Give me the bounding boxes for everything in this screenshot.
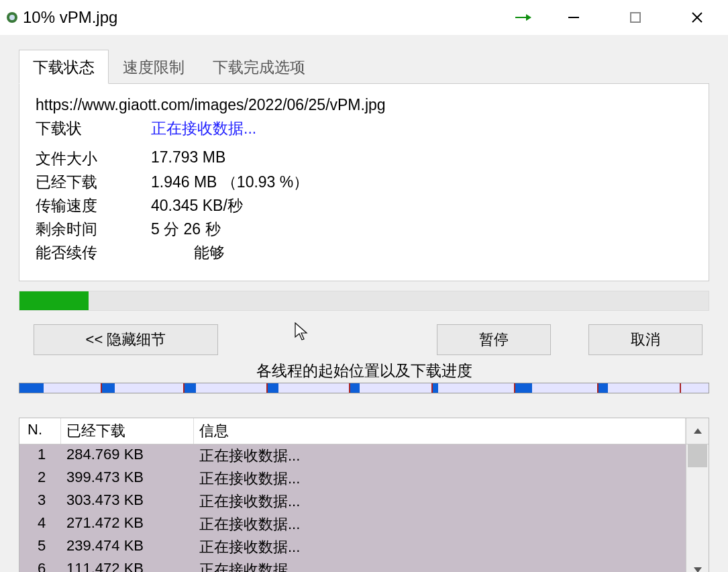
cell-downloaded: 284.769 KB — [61, 444, 194, 467]
progress-bar — [19, 291, 709, 311]
cell-n: 4 — [19, 513, 61, 536]
table-row[interactable]: 4271.472 KB正在接收数据... — [19, 513, 686, 536]
tab-2[interactable]: 下载完成选项 — [199, 50, 319, 84]
cell-n: 5 — [19, 536, 61, 559]
scroll-up-icon[interactable] — [686, 418, 709, 444]
download-url: https://www.giaott.com/images/2022/06/25… — [36, 96, 692, 114]
segment-gap — [532, 383, 599, 393]
arrow-icon — [503, 9, 543, 26]
segment-fill — [185, 383, 195, 393]
segment-divider — [431, 383, 433, 393]
segment-divider — [183, 383, 185, 393]
header-downloaded[interactable]: 已经下载 — [61, 418, 194, 444]
table-row[interactable]: 1284.769 KB正在接收数据... — [19, 444, 686, 467]
segment-fill — [599, 383, 608, 393]
cell-downloaded: 239.474 KB — [61, 536, 194, 559]
info-row: 已经下载1.946 MB （10.93 %） — [36, 172, 692, 193]
tab-1[interactable]: 速度限制 — [109, 50, 199, 84]
cell-info: 正在接收数据... — [194, 467, 686, 490]
header-info[interactable]: 信息 — [194, 418, 686, 444]
segment-gap — [438, 383, 515, 393]
status-panel: https://www.giaott.com/images/2022/06/25… — [19, 83, 709, 281]
table-row[interactable]: 3303.473 KB正在接收数据... — [19, 490, 686, 513]
titlebar: 10% vPM.jpg — [0, 0, 728, 35]
cell-downloaded: 271.472 KB — [61, 513, 194, 536]
cell-downloaded: 303.473 KB — [61, 490, 194, 513]
info-row: 传输速度40.345 KB/秒 — [36, 195, 692, 216]
info-label: 已经下载 — [36, 172, 151, 193]
table-row[interactable]: 6111.472 KB正在接收数据... — [19, 559, 686, 572]
info-value: 5 分 26 秒 — [151, 219, 692, 240]
table-row[interactable]: 5239.474 KB正在接收数据... — [19, 536, 686, 559]
info-value: 17.793 MB — [151, 148, 692, 169]
segment-divider — [514, 383, 515, 393]
threads-title: 各线程的起始位置以及下载进度 — [19, 361, 709, 381]
segment-fill — [102, 383, 114, 393]
thread-table: N. 已经下载 信息 1284.769 KB正在接收数据...2399.473 … — [19, 418, 709, 572]
info-label: 剩余时间 — [36, 219, 151, 240]
info-row: 剩余时间5 分 26 秒 — [36, 219, 692, 240]
info-row: 文件大小17.793 MB — [36, 148, 692, 169]
segment-gap — [278, 383, 350, 393]
table-header: N. 已经下载 信息 — [19, 418, 709, 444]
svg-point-1 — [9, 15, 15, 20]
scroll-down-icon[interactable] — [686, 562, 709, 572]
cell-downloaded: 111.472 KB — [61, 559, 194, 572]
cell-info: 正在接收数据... — [194, 559, 686, 572]
table-row[interactable]: 2399.473 KB正在接收数据... — [19, 467, 686, 490]
cell-info: 正在接收数据... — [194, 536, 686, 559]
info-label: 能否续传 — [36, 242, 151, 263]
cell-n: 2 — [19, 467, 61, 490]
segment-gap — [44, 383, 102, 393]
info-value: 40.345 KB/秒 — [151, 195, 692, 216]
status-value: 正在接收数据... — [151, 118, 692, 139]
segment-fill — [268, 383, 278, 393]
content-area: 下载状态速度限制下载完成选项 https://www.giaott.com/im… — [0, 35, 728, 572]
cell-info: 正在接收数据... — [194, 444, 686, 467]
segment-divider — [349, 383, 350, 393]
segment-gap — [115, 383, 185, 393]
segment-fill — [19, 383, 44, 393]
cell-downloaded: 399.473 KB — [61, 467, 194, 490]
segment-gap — [608, 383, 681, 393]
segment-gap — [681, 383, 709, 393]
segment-bar — [19, 383, 709, 393]
info-label: 文件大小 — [36, 148, 151, 169]
cell-info: 正在接收数据... — [194, 513, 686, 536]
svg-marker-8 — [694, 428, 702, 434]
tab-0[interactable]: 下载状态 — [19, 50, 109, 84]
header-n[interactable]: N. — [19, 418, 61, 444]
segment-gap — [196, 383, 268, 393]
scroll-thumb[interactable] — [688, 444, 707, 467]
window-title: 10% vPM.jpg — [23, 8, 117, 27]
hide-details-button[interactable]: << 隐藏细节 — [34, 324, 218, 355]
svg-rect-5 — [631, 13, 640, 22]
svg-marker-3 — [526, 14, 531, 21]
cell-n: 1 — [19, 444, 61, 467]
app-icon — [5, 11, 19, 24]
info-row: 能否续传能够 — [36, 242, 692, 263]
segment-fill — [433, 383, 438, 393]
info-value: 1.946 MB （10.93 %） — [151, 172, 692, 193]
close-button[interactable] — [666, 0, 728, 35]
progress-fill — [19, 291, 89, 310]
info-label: 传输速度 — [36, 195, 151, 216]
segment-divider — [101, 383, 102, 393]
minimize-button[interactable] — [543, 0, 605, 35]
scrollbar[interactable] — [686, 444, 709, 572]
segment-gap — [360, 383, 433, 393]
cell-n: 3 — [19, 490, 61, 513]
tab-bar: 下载状态速度限制下载完成选项 — [19, 35, 709, 84]
segment-fill — [350, 383, 360, 393]
cell-n: 6 — [19, 559, 61, 572]
cancel-button[interactable]: 取消 — [588, 324, 703, 355]
info-value: 能够 — [151, 242, 692, 263]
maximize-button[interactable] — [605, 0, 666, 35]
status-label: 下载状 — [36, 118, 151, 139]
pause-button[interactable]: 暂停 — [437, 324, 551, 355]
cell-info: 正在接收数据... — [194, 490, 686, 513]
segment-divider — [266, 383, 268, 393]
segment-divider — [597, 383, 599, 393]
segment-fill — [515, 383, 532, 393]
svg-marker-9 — [694, 567, 702, 572]
